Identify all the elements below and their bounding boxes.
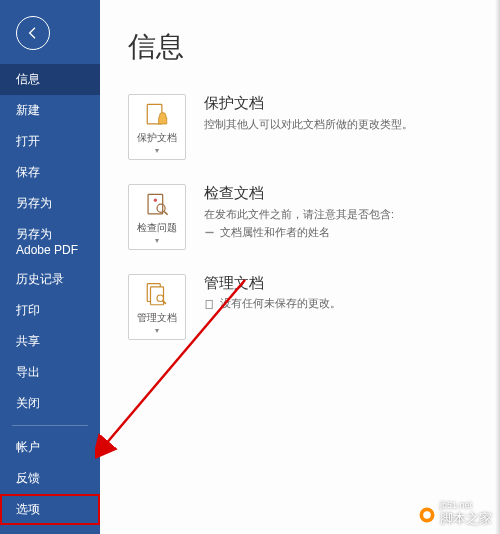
section-desc: 控制其他人可以对此文档所做的更改类型。 (204, 117, 480, 133)
bullet-item: 文档属性和作者的姓名 (204, 226, 480, 240)
tile-manage-document[interactable]: 管理文档 ▾ (128, 274, 186, 340)
section-inspect: 检查问题 ▾ 检查文档 在发布此文件之前，请注意其是否包含: 文档属性和作者的姓… (128, 184, 480, 250)
nav-label: 选项 (16, 502, 40, 516)
nav-label: 打印 (16, 303, 40, 317)
tile-label: 管理文档 (133, 312, 181, 324)
nav-item-close[interactable]: 关闭 (0, 388, 100, 419)
section-title: 保护文档 (204, 94, 480, 113)
chevron-down-icon: ▾ (133, 236, 181, 245)
page-title: 信息 (128, 28, 480, 66)
watermark-logo-icon (418, 506, 436, 524)
bullet-text: 文档属性和作者的姓名 (220, 226, 330, 240)
svg-point-13 (423, 511, 431, 519)
svg-rect-10 (206, 300, 212, 308)
watermark-text: 脚本之家 (440, 510, 492, 528)
nav-item-saveas[interactable]: 另存为 (0, 188, 100, 219)
chevron-down-icon: ▾ (133, 326, 181, 335)
chevron-down-icon: ▾ (133, 146, 181, 155)
main-panel: 信息 保护文档 ▾ 保护文档 控制其他人可以对此文档所做的更改类型。 检查问题 … (100, 0, 500, 534)
section-desc: 在发布此文件之前，请注意其是否包含: (204, 207, 480, 223)
section-title: 管理文档 (204, 274, 480, 293)
nav-label: 历史记录 (16, 272, 64, 286)
nav-item-feedback[interactable]: 反馈 (0, 463, 100, 494)
arrow-left-icon (25, 25, 41, 41)
bullet-item: 没有任何未保存的更改。 (204, 297, 480, 311)
nav-label: 打开 (16, 134, 40, 148)
nav-label: 保存 (16, 165, 40, 179)
nav-item-new[interactable]: 新建 (0, 95, 100, 126)
nav-label: 反馈 (16, 471, 40, 485)
bullet-icon (204, 227, 215, 238)
watermark: jb51.net 脚本之家 (418, 501, 492, 528)
nav-item-share[interactable]: 共享 (0, 326, 100, 357)
sidebar-divider (12, 425, 88, 426)
watermark-url: jb51.net (440, 501, 492, 510)
nav-item-info[interactable]: 信息 (0, 64, 100, 95)
section-manage: 管理文档 ▾ 管理文档 没有任何未保存的更改。 (128, 274, 480, 340)
nav-label: 另存为 Adobe PDF (16, 227, 78, 257)
nav-item-open[interactable]: 打开 (0, 126, 100, 157)
nav-label: 帐户 (16, 440, 40, 454)
section-title: 检查文档 (204, 184, 480, 203)
svg-line-3 (164, 212, 167, 215)
nav-item-saveas-pdf[interactable]: 另存为 Adobe PDF (0, 219, 100, 264)
bullet-text: 没有任何未保存的更改。 (220, 297, 341, 311)
tile-label: 保护文档 (133, 132, 181, 144)
nav-item-print[interactable]: 打印 (0, 295, 100, 326)
section-protect: 保护文档 ▾ 保护文档 控制其他人可以对此文档所做的更改类型。 (128, 94, 480, 160)
back-button[interactable] (16, 16, 50, 50)
nav-label: 新建 (16, 103, 40, 117)
nav-label: 导出 (16, 365, 40, 379)
nav-item-save[interactable]: 保存 (0, 157, 100, 188)
tile-check-issues[interactable]: 检查问题 ▾ (128, 184, 186, 250)
manage-document-icon (133, 281, 181, 309)
document-small-icon (204, 299, 215, 310)
nav-item-history[interactable]: 历史记录 (0, 264, 100, 295)
shadow-edge (495, 0, 500, 534)
tile-protect-document[interactable]: 保护文档 ▾ (128, 94, 186, 160)
svg-rect-5 (205, 232, 213, 233)
nav-item-options[interactable]: 选项 (0, 494, 100, 525)
nav-label: 关闭 (16, 396, 40, 410)
inspect-document-icon (133, 191, 181, 219)
lock-document-icon (133, 101, 181, 129)
nav-label: 共享 (16, 334, 40, 348)
nav-item-export[interactable]: 导出 (0, 357, 100, 388)
nav-item-account[interactable]: 帐户 (0, 432, 100, 463)
nav-label: 信息 (16, 72, 40, 86)
tile-label: 检查问题 (133, 222, 181, 234)
backstage-sidebar: 信息 新建 打开 保存 另存为 另存为 Adobe PDF 历史记录 打印 共享… (0, 0, 100, 534)
svg-point-4 (154, 199, 157, 202)
nav-label: 另存为 (16, 196, 52, 210)
